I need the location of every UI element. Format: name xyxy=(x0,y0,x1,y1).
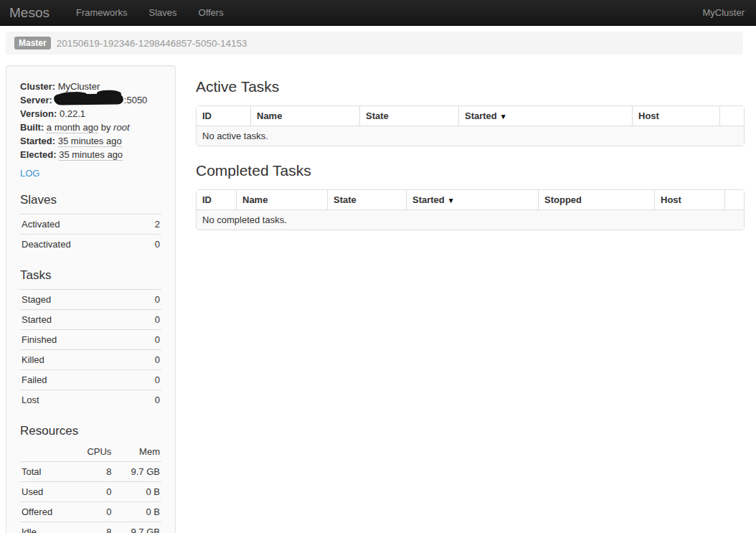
table-row: Used 0 0 B xyxy=(20,482,161,502)
navbar-cluster-name: MyCluster xyxy=(702,7,756,18)
master-id: 20150619-192346-1298446857-5050-14153 xyxy=(57,38,247,49)
column-header-host[interactable]: Host xyxy=(654,190,724,209)
server-label: Server: xyxy=(20,95,52,105)
stat-value: 0 xyxy=(137,310,161,330)
started-label: Started: xyxy=(20,136,55,146)
stat-value: 0 xyxy=(137,370,161,390)
column-header-id[interactable]: ID xyxy=(197,106,250,126)
stat-label: Activated xyxy=(20,214,143,235)
cluster-info-line: Cluster: MyCluster xyxy=(20,80,161,93)
resources-col-blank xyxy=(20,445,72,462)
main-content: Active Tasks ID Name State Started▼ Host… xyxy=(196,65,743,245)
navbar-brand-mesos[interactable]: Mesos xyxy=(9,0,49,26)
column-header-id[interactable]: ID xyxy=(197,190,236,209)
log-link[interactable]: LOG xyxy=(20,168,39,179)
nav-item-offers[interactable]: Offers xyxy=(188,0,235,26)
resources-section-title: Resources xyxy=(20,423,161,439)
started-info-line: Started: 35 minutes ago xyxy=(20,134,161,148)
resources-col-mem: Mem xyxy=(113,445,161,462)
stat-label: Used xyxy=(20,482,72,502)
completed-tasks-table: ID Name State Started▼ Stopped Host No c… xyxy=(196,189,745,230)
table-row: Idle 8 9.7 GB xyxy=(20,522,161,533)
column-header-blank xyxy=(724,190,744,209)
tasks-section-title: Tasks xyxy=(20,268,161,283)
table-row: Finished 0 xyxy=(20,330,161,350)
redaction-mark xyxy=(54,93,123,105)
slaves-section-title: Slaves xyxy=(20,192,161,208)
master-badge: Master xyxy=(14,37,51,49)
table-row: Killed 0 xyxy=(20,350,161,370)
stat-label: Offered xyxy=(20,502,72,522)
stat-value: 0 xyxy=(72,482,113,502)
built-connector: by xyxy=(101,122,111,133)
stat-label: Staged xyxy=(20,290,137,310)
stat-label: Started xyxy=(20,310,137,330)
stat-value: 9.7 GB xyxy=(113,522,161,533)
version-info-line: Version: 0.22.1 xyxy=(20,107,161,121)
started-time: 35 minutes ago xyxy=(58,136,122,147)
active-tasks-title: Active Tasks xyxy=(196,77,743,96)
elected-label: Elected: xyxy=(20,149,57,160)
sidebar-panel: Cluster: MyCluster Server::5050 Version:… xyxy=(6,65,176,533)
breadcrumb: Master 20150619-192346-1298446857-5050-1… xyxy=(6,32,743,55)
column-header-name[interactable]: Name xyxy=(250,106,359,126)
nav-item-slaves[interactable]: Slaves xyxy=(138,0,187,26)
elected-time: 35 minutes ago xyxy=(59,149,123,161)
column-header-started[interactable]: Started▼ xyxy=(458,106,632,126)
stat-label: Finished xyxy=(20,330,137,350)
stat-label: Deactivated xyxy=(20,235,143,255)
elected-info-line: Elected: 35 minutes ago xyxy=(20,148,161,161)
column-header-state[interactable]: State xyxy=(327,190,406,209)
stat-value: 0 xyxy=(72,502,113,522)
stat-value: 9.7 GB xyxy=(113,462,161,482)
empty-message: No active tasks. xyxy=(197,126,744,146)
table-row: Activated 2 xyxy=(20,214,161,235)
empty-row: No completed tasks. xyxy=(197,209,744,230)
stat-value: 2 xyxy=(143,214,161,235)
completed-tasks-title: Completed Tasks xyxy=(196,161,743,180)
table-row: Lost 0 xyxy=(20,390,161,410)
active-tasks-table: ID Name State Started▼ Host No active ta… xyxy=(196,105,745,146)
column-header-host[interactable]: Host xyxy=(632,106,719,126)
table-row: Offered 0 0 B xyxy=(20,502,161,522)
cluster-value: MyCluster xyxy=(58,81,100,92)
tasks-table: Staged 0 Started 0 Finished 0 Killed 0 F… xyxy=(20,289,161,410)
stat-value: 0 xyxy=(137,390,161,410)
table-row: Staged 0 xyxy=(20,290,161,310)
column-header-started[interactable]: Started▼ xyxy=(406,190,538,209)
column-header-blank xyxy=(719,106,744,126)
column-header-stopped[interactable]: Stopped xyxy=(538,190,654,209)
stat-value: 8 xyxy=(72,462,113,482)
built-user: root xyxy=(113,122,129,133)
built-info-line: Built: a month ago by root xyxy=(20,121,161,134)
cluster-label: Cluster: xyxy=(20,81,55,92)
sort-descending-icon: ▼ xyxy=(500,113,507,121)
nav-item-frameworks[interactable]: Frameworks xyxy=(65,0,138,26)
stat-label: Killed xyxy=(20,350,137,370)
slaves-table: Activated 2 Deactivated 0 xyxy=(20,214,161,254)
table-row: Started 0 xyxy=(20,310,161,330)
stat-value: 0 xyxy=(137,350,161,370)
column-header-state[interactable]: State xyxy=(359,106,458,126)
sort-descending-icon: ▼ xyxy=(448,197,455,204)
empty-row: No active tasks. xyxy=(197,126,744,146)
stat-label: Failed xyxy=(20,370,137,390)
table-header-row: ID Name State Started▼ Host xyxy=(197,106,744,126)
empty-message: No completed tasks. xyxy=(197,209,744,230)
table-row: Total 8 9.7 GB xyxy=(20,462,161,482)
stat-label: Idle xyxy=(20,522,72,533)
stat-value: 0 B xyxy=(113,502,161,522)
built-time: a month ago xyxy=(47,122,98,133)
column-header-name[interactable]: Name xyxy=(236,190,327,209)
table-row: CPUs Mem xyxy=(20,445,161,462)
server-port: :5050 xyxy=(124,95,148,105)
table-row: Failed 0 xyxy=(20,370,161,390)
stat-value: 8 xyxy=(72,522,113,533)
resources-table: CPUs Mem Total 8 9.7 GB Used 0 0 B Offer… xyxy=(20,445,161,533)
stat-value: 0 xyxy=(137,330,161,350)
stat-value: 0 B xyxy=(113,482,161,502)
stat-label: Lost xyxy=(20,390,137,410)
stat-value: 0 xyxy=(137,290,161,310)
built-label: Built: xyxy=(20,122,44,133)
version-label: Version: xyxy=(20,108,57,119)
